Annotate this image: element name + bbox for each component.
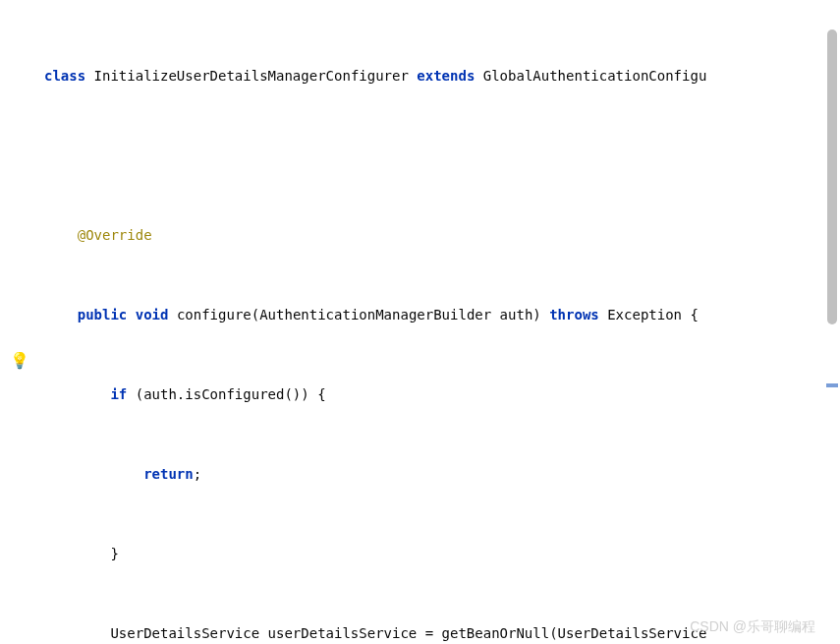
- scrollbar-thumb[interactable]: [827, 29, 837, 324]
- code-line[interactable]: return;: [34, 461, 840, 488]
- lightbulb-icon[interactable]: 💡: [10, 351, 29, 370]
- code-line[interactable]: [34, 143, 840, 169]
- code-editor[interactable]: 💡 class InitializeUserDetailsManagerConf…: [0, 0, 840, 644]
- code-line[interactable]: class InitializeUserDetailsManagerConfig…: [34, 63, 840, 89]
- code-area[interactable]: class InitializeUserDetailsManagerConfig…: [34, 0, 840, 644]
- code-line[interactable]: }: [34, 541, 840, 567]
- code-line[interactable]: public void configure(AuthenticationMana…: [34, 302, 840, 328]
- code-line[interactable]: if (auth.isConfigured()) {: [34, 381, 840, 408]
- code-line[interactable]: @Override: [34, 222, 840, 249]
- vertical-scrollbar[interactable]: [826, 0, 838, 644]
- gutter: 💡: [0, 0, 34, 644]
- code-line[interactable]: UserDetailsService userDetailsService = …: [34, 620, 840, 644]
- scrollbar-mark: [826, 383, 838, 387]
